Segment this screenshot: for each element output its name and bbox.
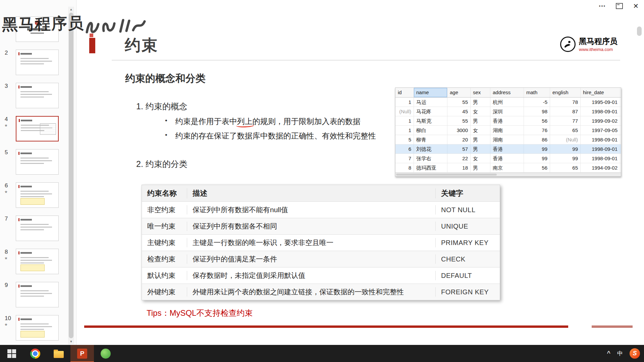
student-cell: 56 <box>524 116 550 125</box>
logo-title: 黑马程序员 <box>579 36 618 47</box>
constraints-column-header: 约束名称 <box>142 188 187 198</box>
constraint-cell: 保存数据时，未指定值则采用默认值 <box>187 271 436 280</box>
taskbar: P ^ 中 S <box>0 345 644 362</box>
constraint-cell: 外键用来让两个表的数据之间建立链接，保证数据的一致性和完整性 <box>187 287 436 297</box>
student-column-header-english: english <box>550 88 581 97</box>
slide-number: 10 <box>5 315 11 322</box>
constraints-table-header: 约束名称描述关键字 <box>142 185 500 202</box>
slide-thumbnail-7[interactable]: 7 <box>0 216 76 242</box>
constraints-table-row: 检查约束保证列中的值满足某一条件CHECK <box>142 251 500 267</box>
pop-out-icon[interactable] <box>616 3 623 9</box>
student-cell: 1999-09-02 <box>581 116 620 125</box>
student-table-header: idnameagesexaddressmathenglishhire_date <box>395 88 621 98</box>
student-cell: 1998-09-01 <box>581 154 620 163</box>
slide-thumbnail-3[interactable]: 3 <box>0 83 76 109</box>
powerpoint-icon: P <box>77 349 87 359</box>
student-cell: 男 <box>471 116 490 125</box>
animation-star-icon: ★ <box>4 190 8 194</box>
list-item-classification: 2. 约束的分类 <box>136 159 187 170</box>
scroll-down-button[interactable]: ▼ <box>68 340 74 343</box>
windows-logo-icon <box>7 349 16 358</box>
slide-number: 5 <box>5 149 8 156</box>
student-cell: 1 <box>395 126 414 135</box>
scroll-up-button[interactable]: ▲ <box>68 8 74 11</box>
slide-preview[interactable] <box>16 16 59 42</box>
student-cell: 18 <box>447 163 471 172</box>
student-cell: 99 <box>524 154 550 163</box>
student-cell: 1 <box>395 116 414 125</box>
constraint-cell: 外键约束 <box>142 287 187 297</box>
student-table: idnameagesexaddressmathenglishhire_date1… <box>395 87 621 177</box>
scrollbar-thumb[interactable] <box>69 13 73 338</box>
student-cell: 1998-09-01 <box>581 107 620 116</box>
constraint-keyword: DEFAULT <box>436 272 500 280</box>
slide-preview[interactable] <box>16 282 59 307</box>
list-item-concept: 1. 约束的概念 <box>136 101 187 112</box>
more-options-button[interactable]: ••• <box>599 3 606 9</box>
student-table-row: 1马斯克55男香港56771999-09-02 <box>395 116 621 126</box>
constraint-keyword: UNIQUE <box>436 223 500 230</box>
slide-thumbnail-8[interactable]: 8★ <box>0 249 76 275</box>
student-column-header-math: math <box>524 88 550 97</box>
slide-preview[interactable] <box>16 315 59 341</box>
student-cell: 刘德花 <box>414 144 447 154</box>
powerpoint-button[interactable]: P <box>70 345 94 362</box>
tray-chevron-icon[interactable]: ^ <box>607 350 610 357</box>
student-cell: 男 <box>471 135 490 144</box>
file-explorer-button[interactable] <box>47 345 70 362</box>
student-cell: 深圳 <box>490 107 524 116</box>
constraint-keyword: CHECK <box>436 255 500 263</box>
slide-number: 9 <box>5 282 8 289</box>
slide-preview[interactable] <box>16 116 59 141</box>
constraint-keyword: NOT NULL <box>436 206 500 214</box>
slide-thumbnail-5[interactable]: 5 <box>0 149 76 175</box>
student-cell: 1998-09-01 <box>581 135 620 144</box>
slide-thumbnail-2[interactable]: 2 <box>0 50 76 76</box>
student-cell: 7 <box>395 154 414 163</box>
student-cell: (Null) <box>395 107 414 116</box>
tips-text: Tips：MySQL不支持检查约束 <box>147 308 253 318</box>
main-scrollbar-thumb[interactable] <box>637 26 642 36</box>
bullet-dot-icon: • <box>165 131 167 141</box>
constraints-table: 约束名称描述关键字非空约束保证列中所有数据不能有null值NOT NULL唯一约… <box>142 185 500 300</box>
slide-preview[interactable] <box>16 249 59 274</box>
constraints-column-header: 描述 <box>187 188 436 198</box>
ime-indicator[interactable]: 中 <box>617 350 623 357</box>
slide-thumbnail-4[interactable]: 4★ <box>0 116 76 142</box>
sogou-tray-icon[interactable]: S <box>630 348 640 359</box>
start-button[interactable] <box>0 345 23 362</box>
constraints-column-header: 关键字 <box>436 188 500 198</box>
slide-preview[interactable] <box>16 216 59 241</box>
chrome-button[interactable] <box>23 345 47 362</box>
slide-preview[interactable] <box>16 83 59 108</box>
constraint-cell: 主键约束 <box>142 238 187 247</box>
red-underline-annotation: 列上 <box>237 117 253 126</box>
close-button[interactable]: ✕ <box>633 3 639 9</box>
constraints-table-row: 默认约束保存数据时，未指定值则采用默认值DEFAULT <box>142 267 500 284</box>
student-cell: 6 <box>395 144 414 154</box>
student-table-row: 1柳白3000女湖南76651997-09-05 <box>395 126 621 135</box>
slide-number: 3 <box>5 83 8 89</box>
slide-preview[interactable] <box>16 149 59 175</box>
student-column-header-address: address <box>490 88 524 97</box>
title-accent-small <box>90 34 93 37</box>
slide-thumbnail-10[interactable]: 10★ <box>0 315 76 341</box>
green-app-button[interactable] <box>94 345 117 362</box>
progress-bar-primary <box>84 325 568 328</box>
student-cell: 男 <box>471 98 490 107</box>
header-divider <box>112 60 620 60</box>
thumbnail-scrollbar[interactable]: ▲ ▼ <box>68 7 74 344</box>
student-cell: 男 <box>471 163 490 172</box>
student-cell: 马运 <box>414 98 447 107</box>
student-cell: 5 <box>395 135 414 144</box>
slide-preview[interactable] <box>16 50 59 75</box>
student-column-header-id: id <box>395 88 414 97</box>
slide-thumbnail-1[interactable]: 1 <box>0 16 76 43</box>
slide-thumbnail-9[interactable]: 9 <box>0 282 76 308</box>
slide-thumbnail-6[interactable]: 6★ <box>0 182 76 208</box>
system-tray: ^ 中 S <box>607 348 644 359</box>
table-scrollbar <box>395 173 621 176</box>
student-cell: 马花疼 <box>414 107 447 116</box>
thumbnail-panel: 1234★56★78★910★ ▲ ▼ <box>0 0 76 345</box>
slide-preview[interactable] <box>16 182 59 208</box>
